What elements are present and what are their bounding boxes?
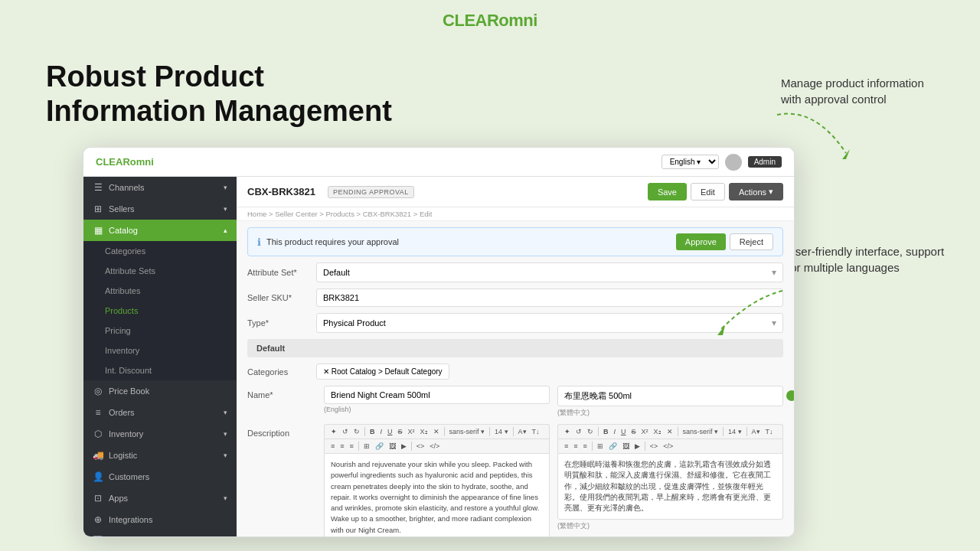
tb-redo-zh[interactable]: ↻	[585, 427, 596, 436]
approval-bar: ℹ This product requires your approval Ap…	[247, 227, 783, 256]
tb-table-zh[interactable]: ⊞	[595, 442, 606, 451]
tb-bold-en[interactable]: B	[368, 427, 377, 436]
sidebar-item-customers[interactable]: 👤 Customers	[83, 466, 237, 487]
sidebar-item-inventory-main[interactable]: ⬡ Inventory ▾	[83, 423, 237, 445]
sidebar-item-apps[interactable]: ⊡ Apps ▾	[83, 487, 237, 509]
tb-img-en[interactable]: 🖼	[387, 442, 398, 451]
sidebar-item-channels[interactable]: ☰ Channels ▾	[83, 177, 237, 198]
hero-title: Robust Product Information Management	[46, 60, 398, 129]
tb-underline-zh[interactable]: U	[619, 427, 629, 436]
sidebar-item-categories[interactable]: Categories	[83, 241, 237, 261]
tb-code-en[interactable]: </>	[427, 442, 442, 451]
svg-marker-0	[842, 149, 850, 159]
catalog-icon: ▦	[93, 225, 103, 236]
sidebar-item-inventory[interactable]: Inventory	[83, 341, 237, 360]
description-en-content[interactable]: Nourish and rejuvenate your skin while y…	[324, 453, 550, 536]
sidebar-item-integrations[interactable]: ⊕ Integrations	[83, 509, 237, 530]
tb-strike-zh[interactable]: S	[629, 427, 639, 436]
categories-label: Categories	[247, 367, 316, 377]
tb-sub-en[interactable]: X₂	[418, 427, 430, 436]
tb-undo-en[interactable]: ↺	[340, 427, 351, 436]
categories-tag[interactable]: ✕ Root Catalog > Default Category	[316, 364, 449, 380]
tb-table-en[interactable]: ⊞	[361, 442, 372, 451]
tb-more-en[interactable]: T↓	[530, 427, 542, 436]
tb-magic-en[interactable]: ✦	[328, 427, 339, 436]
main-content: CBX-BRK3821 PENDING APPROVAL Save Edit A…	[237, 177, 794, 536]
seller-sku-input[interactable]: BRK3821	[316, 289, 783, 307]
tb-link-zh[interactable]: 🔗	[606, 442, 619, 451]
tb-video-en[interactable]: ▶	[399, 442, 409, 451]
tb-italic-zh[interactable]: I	[612, 427, 619, 436]
seller-sku-label: Seller SKU*	[247, 293, 316, 302]
tb-font-en[interactable]: sans-serif ▾	[447, 427, 488, 436]
tb-font-zh[interactable]: sans-serif ▾	[681, 427, 721, 436]
tb-super-zh[interactable]: X²	[639, 427, 651, 436]
name-en-col: Briend Night Cream 500ml (English)	[324, 386, 550, 413]
tb-super-en[interactable]: X²	[406, 427, 417, 436]
sidebar-item-content-manager[interactable]: 📝 Content Manager ▾	[83, 530, 237, 536]
user-dropdown[interactable]: Admin	[748, 156, 782, 168]
app-logo: CLEARomni	[96, 156, 154, 168]
sidebar: ☰ Channels ▾ ⊞ Sellers ▾ ▦ Catalog ▴ Cat…	[83, 177, 237, 536]
tb-underline-en[interactable]: U	[385, 427, 395, 436]
tb-sub-zh[interactable]: X₂	[652, 427, 664, 436]
tb-list1-zh[interactable]: ≡	[562, 442, 570, 451]
tb-undo-zh[interactable]: ↺	[573, 427, 584, 436]
type-select[interactable]: Physical Product	[316, 313, 783, 333]
sidebar-item-pricing[interactable]: Pricing	[83, 321, 237, 341]
approve-button[interactable]: Approve	[676, 233, 726, 250]
type-row: Type* Physical Product	[247, 313, 783, 333]
app-header: CLEARomni English ▾ Admin	[83, 148, 794, 177]
sidebar-item-int-discount[interactable]: Int. Discount	[83, 360, 237, 380]
sidebar-item-catalog[interactable]: ▦ Catalog ▴	[83, 220, 237, 241]
tb-html-en[interactable]: <>	[414, 442, 427, 451]
tb-list3-zh[interactable]: ≡	[581, 442, 590, 451]
apps-icon: ⊡	[93, 493, 103, 504]
edit-button[interactable]: Edit	[691, 183, 725, 201]
tb-italic-en[interactable]: I	[378, 427, 385, 436]
name-en-input[interactable]: Briend Night Cream 500ml	[324, 386, 550, 404]
language-select[interactable]: English ▾	[662, 155, 719, 169]
tb-clear-zh[interactable]: ✕	[665, 427, 675, 436]
save-button[interactable]: Save	[648, 183, 687, 201]
attribute-set-select[interactable]: Default	[316, 262, 783, 282]
sidebar-item-logistic[interactable]: 🚚 Logistic ▾	[83, 445, 237, 466]
status-badge: PENDING APPROVAL	[328, 186, 414, 198]
reject-button[interactable]: Reject	[730, 233, 773, 250]
tb-list2-zh[interactable]: ≡	[571, 442, 580, 451]
tb-size-en[interactable]: 14 ▾	[492, 427, 511, 436]
sidebar-item-sellers[interactable]: ⊞ Sellers ▾	[83, 198, 237, 220]
actions-button[interactable]: Actions ▾	[729, 183, 783, 201]
name-row: Name* Briend Night Cream 500ml (English)…	[247, 386, 783, 418]
sidebar-item-products[interactable]: Products	[83, 301, 237, 321]
tb-list1-en[interactable]: ≡	[328, 442, 337, 451]
sidebar-item-price-book[interactable]: ◎ Price Book	[83, 380, 237, 402]
tb-size-zh[interactable]: 14 ▾	[726, 427, 744, 436]
sidebar-catalog-submenu: Categories Attribute Sets Attributes Pro…	[83, 241, 237, 380]
approval-action-buttons: Approve Reject	[676, 233, 773, 250]
tb-magic-zh[interactable]: ✦	[562, 427, 573, 436]
tb-clear-en[interactable]: ✕	[431, 427, 442, 436]
tb-more-zh[interactable]: T↓	[763, 427, 776, 436]
green-dot-indicator	[786, 390, 794, 401]
sidebar-item-attribute-sets[interactable]: Attribute Sets	[83, 261, 237, 281]
type-label: Type*	[247, 318, 316, 328]
tb-link-en[interactable]: 🔗	[373, 442, 386, 451]
tb-code-zh[interactable]: </>	[661, 442, 675, 451]
tb-img-zh[interactable]: 🖼	[620, 442, 632, 451]
tb-video-zh[interactable]: ▶	[632, 442, 642, 451]
tb-bold-zh[interactable]: B	[601, 427, 611, 436]
tb-html-zh[interactable]: <>	[648, 442, 661, 451]
tb-strike-en[interactable]: S	[396, 427, 405, 436]
tb-list3-en[interactable]: ≡	[348, 442, 356, 451]
tb-color-en[interactable]: A▾	[516, 427, 529, 436]
sidebar-item-orders[interactable]: ≡ Orders ▾	[83, 402, 237, 423]
tb-list2-en[interactable]: ≡	[338, 442, 346, 451]
tb-redo-en[interactable]: ↻	[351, 427, 362, 436]
sidebar-item-attributes[interactable]: Attributes	[83, 281, 237, 301]
name-zh-input[interactable]: 布里恩晚霜 500ml	[557, 386, 783, 406]
categories-row: Categories ✕ Root Catalog > Default Cate…	[247, 364, 783, 380]
tb-color-zh[interactable]: A▾	[750, 427, 763, 436]
name-label: Name*	[247, 386, 316, 399]
description-zh-content[interactable]: 在您睡眠時滋養和恢復您的皮膚，這款乳霜含有强效成分如透明質酸和肽，能深入皮膚進行…	[557, 453, 783, 520]
